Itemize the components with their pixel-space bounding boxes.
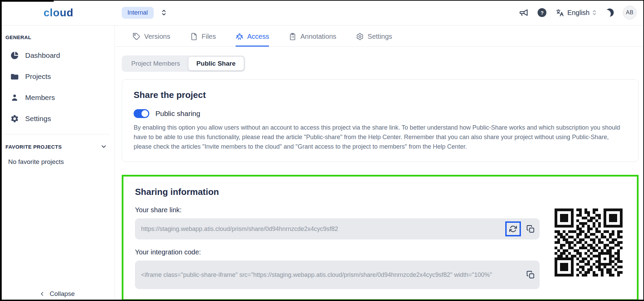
user-avatar[interactable]: AB [623, 6, 637, 19]
share-project-title: Share the project [134, 90, 627, 100]
sharing-information-title: Sharing information [135, 187, 625, 197]
public-sharing-row: Public sharing [134, 109, 627, 118]
header-actions: ? English AB [519, 6, 637, 19]
share-link-buttons [505, 221, 535, 236]
integration-code-input[interactable]: <iframe class="public-share-iframe" src=… [135, 261, 540, 289]
sidebar: GENERAL Dashboard [0, 26, 115, 301]
announcements-icon[interactable] [519, 8, 528, 17]
workspace-switcher-icon[interactable] [161, 9, 167, 16]
copy-link-button[interactable] [526, 225, 535, 233]
copy-icon [526, 271, 535, 279]
tab-bar: Versions Files [115, 26, 644, 47]
share-link-shell: https://staging.webapp.atis.cloud/prism/… [135, 218, 540, 239]
sidebar-item-projects[interactable]: Projects [0, 66, 115, 87]
integration-code-buttons [526, 271, 535, 279]
public-sharing-description: By enabling this option you allow users … [134, 123, 627, 151]
tab-label: Settings [368, 33, 392, 40]
chevron-left-icon [39, 290, 45, 297]
share-link-label: Your share link: [135, 206, 625, 214]
clipboard-icon [289, 33, 296, 40]
sidebar-items: Dashboard Projects [0, 45, 115, 129]
screenshot-frame-corner [0, 0, 54, 2]
sidebar-item-members[interactable]: Members [0, 87, 115, 108]
gear-icon [10, 114, 19, 123]
translate-icon [556, 8, 564, 17]
collapse-sidebar-button[interactable]: Collapse [39, 290, 75, 298]
sidebar-section-general: GENERAL [0, 34, 115, 40]
tab-annotations[interactable]: Annotations [289, 26, 336, 47]
tab-label: Versions [144, 33, 170, 40]
sidebar-section-favorites[interactable]: FAVORITE PROJECTS [0, 143, 115, 150]
access-subtabs: Project Members Public Share [122, 55, 245, 72]
integration-code-shell: <iframe class="public-share-iframe" src=… [135, 261, 540, 289]
cloud-logo: cloud [44, 6, 73, 19]
chevron-down-icon [100, 143, 107, 150]
dark-mode-icon[interactable] [606, 9, 614, 17]
sidebar-item-label: Dashboard [25, 51, 60, 60]
integration-code-label: Your integration code: [135, 248, 625, 256]
people-icon [236, 33, 243, 40]
body-row: GENERAL Dashboard [0, 26, 644, 301]
sidebar-item-label: Projects [25, 72, 51, 81]
subtab-public-share[interactable]: Public Share [188, 57, 244, 70]
sidebar-item-dashboard[interactable]: Dashboard [0, 45, 115, 66]
tab-label: Annotations [300, 33, 336, 40]
person-icon [10, 93, 19, 102]
folder-icon [10, 72, 19, 81]
language-selector[interactable]: English [556, 8, 596, 17]
pie-chart-icon [10, 51, 19, 60]
tag-icon [133, 33, 140, 40]
sidebar-item-label: Members [25, 94, 55, 102]
tab-settings[interactable]: Settings [356, 26, 392, 47]
workspace-badge[interactable]: Internal [122, 7, 154, 19]
tab-label: Access [247, 33, 269, 40]
gear-icon [356, 33, 364, 40]
sharing-information-card: Sharing information Your share link: htt… [122, 175, 639, 301]
file-icon [190, 33, 198, 40]
public-sharing-label: Public sharing [155, 110, 200, 118]
toggle-knob [141, 110, 148, 117]
public-sharing-toggle[interactable] [134, 109, 149, 118]
regenerate-link-button[interactable] [505, 221, 521, 236]
collapse-label: Collapse [50, 290, 75, 298]
copy-code-button[interactable] [526, 271, 535, 279]
subtab-project-members[interactable]: Project Members [123, 57, 188, 70]
share-project-card: Share the project Public sharing By enab… [122, 79, 639, 162]
refresh-icon [509, 225, 517, 233]
top-header: cloud Internal ? [0, 0, 644, 26]
sidebar-item-label: Settings [25, 115, 51, 123]
sidebar-divider [5, 134, 110, 134]
language-label: English [567, 9, 590, 17]
favorites-empty-text: No favorite projects [0, 158, 115, 166]
share-qr-code [555, 208, 623, 277]
tab-access[interactable]: Access [236, 26, 269, 47]
tab-label: Files [202, 33, 216, 40]
language-chevrons-icon [592, 10, 596, 16]
main-content: Versions Files [115, 26, 644, 301]
app-root: cloud Internal ? [0, 0, 644, 301]
favorites-title: FAVORITE PROJECTS [5, 144, 62, 150]
share-link-input[interactable]: https://staging.webapp.atis.cloud/prism/… [135, 218, 540, 239]
sidebar-item-settings[interactable]: Settings [0, 108, 115, 129]
copy-icon [526, 225, 535, 233]
tab-versions[interactable]: Versions [133, 26, 170, 47]
tab-files[interactable]: Files [190, 26, 216, 47]
help-icon[interactable]: ? [538, 8, 546, 17]
